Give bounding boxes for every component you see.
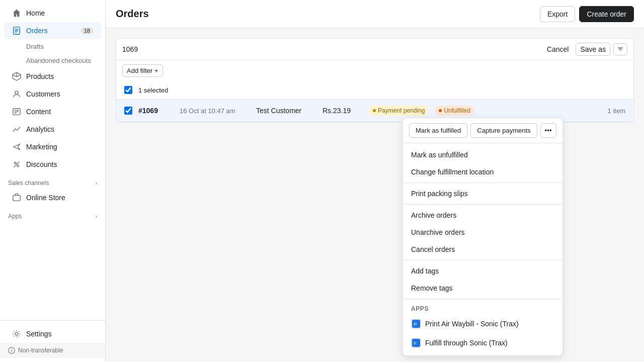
orders-icon bbox=[12, 26, 21, 35]
sidebar-item-abandoned-checkouts[interactable]: Abandoned checkouts bbox=[4, 54, 101, 67]
sidebar-home-label: Home bbox=[26, 9, 45, 17]
drafts-label: Drafts bbox=[26, 43, 44, 50]
svg-point-12 bbox=[15, 162, 17, 164]
mark-unfulfilled-label: Mark as unfulfilled bbox=[411, 151, 468, 159]
sidebar-item-analytics[interactable]: Analytics bbox=[4, 121, 101, 138]
order-amount: Rs.23.19 bbox=[323, 107, 363, 115]
discounts-label: Discounts bbox=[26, 160, 57, 168]
svg-point-16 bbox=[15, 332, 18, 335]
topbar: Orders Export Create order bbox=[106, 0, 644, 28]
sidebar-orders-label: Orders bbox=[26, 27, 48, 35]
sort-button[interactable] bbox=[613, 43, 627, 55]
page-title: Orders bbox=[116, 8, 149, 20]
print-air-waybill-label: Print Air Waybill - Sonic (Trax) bbox=[425, 320, 519, 328]
sidebar-item-home[interactable]: Home bbox=[4, 5, 101, 22]
mark-fulfilled-button[interactable]: Mark as fulfilled bbox=[409, 123, 467, 138]
more-icon: ••• bbox=[545, 127, 552, 134]
svg-text:P: P bbox=[414, 321, 417, 327]
add-tags-label: Add tags bbox=[411, 267, 439, 275]
svg-point-7 bbox=[15, 91, 18, 94]
payment-status-dot bbox=[373, 109, 376, 112]
dropdown-divider-4 bbox=[403, 299, 562, 299]
search-input[interactable] bbox=[122, 45, 539, 53]
sidebar-item-settings[interactable]: Settings bbox=[4, 325, 101, 342]
sales-channels-chevron-icon: › bbox=[96, 180, 97, 186]
dropdown-item-remove-tags[interactable]: Remove tags bbox=[403, 280, 562, 297]
sales-channels-section[interactable]: Sales channels › bbox=[0, 173, 105, 189]
sidebar-item-online-store[interactable]: Online Store bbox=[4, 189, 101, 206]
content-area: Cancel Save as Add filter + 1 selected #… bbox=[106, 28, 644, 362]
action-toolbar-buttons: Mark as fulfilled Capture payments ••• bbox=[403, 118, 562, 143]
products-label: Products bbox=[26, 72, 54, 80]
sidebar-item-products[interactable]: Products bbox=[4, 68, 101, 85]
sidebar-item-marketing[interactable]: Marketing bbox=[4, 138, 101, 155]
home-icon bbox=[12, 9, 21, 18]
abandoned-checkouts-label: Abandoned checkouts bbox=[26, 57, 91, 64]
dropdown-divider-1 bbox=[403, 183, 562, 183]
settings-label: Settings bbox=[26, 330, 52, 338]
action-toolbar: Mark as fulfilled Capture payments ••• M… bbox=[403, 118, 563, 356]
apps-section[interactable]: Apps › bbox=[0, 207, 105, 222]
capture-payments-button[interactable]: Capture payments bbox=[470, 123, 537, 138]
sidebar-item-orders[interactable]: Orders 18 bbox=[4, 22, 101, 39]
order-date: 16 Oct at 10:47 am bbox=[180, 107, 250, 115]
order-number[interactable]: #1069 bbox=[138, 107, 174, 115]
save-as-button[interactable]: Save as bbox=[576, 43, 610, 56]
sort-icon bbox=[617, 46, 624, 53]
fulfill-sonic-app-icon: F bbox=[411, 338, 421, 348]
row-checkbox[interactable] bbox=[124, 107, 132, 115]
dropdown-item-print-packing[interactable]: Print packing slips bbox=[403, 185, 562, 202]
non-transferable-label: Non-transferable bbox=[18, 347, 63, 354]
select-all-checkbox[interactable] bbox=[124, 86, 132, 94]
more-actions-button[interactable]: ••• bbox=[540, 123, 556, 138]
marketing-label: Marketing bbox=[26, 143, 57, 151]
settings-icon bbox=[12, 329, 21, 338]
fulfill-sonic-label: Fulfill through Sonic (Trax) bbox=[425, 339, 508, 347]
order-items: 1 item bbox=[608, 107, 625, 115]
content-label: Content bbox=[26, 108, 51, 116]
payment-status-label: Payment pending bbox=[378, 107, 425, 114]
dropdown-item-add-tags[interactable]: Add tags bbox=[403, 262, 562, 280]
sidebar-item-drafts[interactable]: Drafts bbox=[4, 40, 101, 53]
dropdown-item-unarchive[interactable]: Unarchive orders bbox=[403, 224, 562, 241]
sidebar-item-customers[interactable]: Customers bbox=[4, 85, 101, 103]
cancel-button[interactable]: Cancel bbox=[543, 43, 573, 55]
table-selected-header: 1 selected bbox=[116, 81, 633, 100]
dropdown-item-fulfill-sonic[interactable]: F Fulfill through Sonic (Trax) bbox=[403, 333, 562, 352]
print-packing-label: Print packing slips bbox=[411, 190, 468, 198]
payment-status-badge: Payment pending bbox=[369, 106, 429, 116]
apps-chevron-icon: › bbox=[96, 214, 97, 219]
sidebar-item-content[interactable]: Content bbox=[4, 103, 101, 120]
svg-point-13 bbox=[17, 165, 19, 167]
selected-count-label: 1 selected bbox=[138, 86, 168, 94]
remove-tags-label: Remove tags bbox=[411, 284, 452, 292]
print-air-waybill-app-icon: P bbox=[411, 319, 421, 329]
products-icon bbox=[12, 72, 21, 81]
dropdown-item-cancel-orders[interactable]: Cancel orders bbox=[403, 241, 562, 258]
apps-section-label: Apps bbox=[403, 301, 562, 314]
non-transferable-bar: Non-transferable bbox=[0, 343, 105, 358]
dropdown-item-change-location[interactable]: Change fulfillment location bbox=[403, 163, 562, 180]
marketing-icon bbox=[12, 142, 21, 151]
content-icon bbox=[12, 107, 21, 116]
dropdown-item-archive[interactable]: Archive orders bbox=[403, 207, 562, 224]
topbar-actions: Export Create order bbox=[540, 6, 634, 22]
dropdown-item-mark-unfulfilled[interactable]: Mark as unfulfilled bbox=[403, 146, 562, 163]
fulfillment-status-label: Unfulfilled bbox=[444, 107, 470, 114]
svg-point-19 bbox=[11, 349, 12, 349]
fulfillment-status-badge: Unfulfilled bbox=[435, 106, 474, 116]
svg-line-6 bbox=[17, 74, 21, 77]
sidebar: Home Orders 18 Drafts Abandoned checkout… bbox=[0, 0, 106, 362]
unarchive-label: Unarchive orders bbox=[411, 228, 465, 236]
main-content: Orders Export Create order Cancel Save a… bbox=[106, 0, 644, 362]
add-filter-button[interactable]: Add filter + bbox=[122, 64, 163, 77]
orders-table: 1 selected #1069 16 Oct at 10:47 am Test… bbox=[116, 81, 634, 123]
export-button[interactable]: Export bbox=[540, 6, 575, 22]
change-location-label: Change fulfillment location bbox=[411, 168, 494, 176]
create-order-button[interactable]: Create order bbox=[579, 6, 634, 22]
sidebar-item-discounts[interactable]: Discounts bbox=[4, 156, 101, 173]
customers-icon bbox=[12, 89, 21, 99]
dropdown-item-print-air-waybill[interactable]: P Print Air Waybill - Sonic (Trax) bbox=[403, 314, 562, 333]
add-filter-bar: Add filter + bbox=[116, 60, 634, 81]
svg-line-5 bbox=[13, 74, 17, 77]
